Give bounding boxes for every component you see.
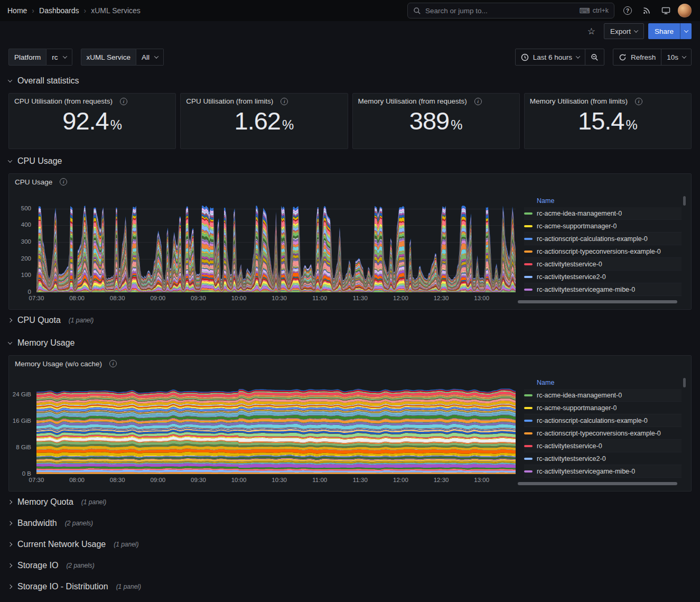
cpu-usage-chart-canvas[interactable]	[36, 203, 516, 292]
legend-name-header[interactable]: Name	[524, 378, 682, 389]
section-panel-count: (1 panel)	[114, 541, 138, 548]
x-tick-label: 09:30	[189, 295, 207, 301]
x-tick-label: 11:00	[311, 477, 329, 483]
display-button[interactable]	[658, 3, 674, 18]
search-input[interactable]	[425, 7, 575, 15]
xuml-service-variable-value: All	[142, 53, 150, 61]
legend-item[interactable]: rc-activitytestservice2-0	[524, 271, 682, 283]
x-axis: 07:3008:0008:3009:0009:3010:0010:3011:00…	[36, 294, 516, 303]
legend-item[interactable]: rc-actionscript-calculations-example-0	[524, 233, 682, 245]
share-button[interactable]: Share	[648, 23, 680, 39]
series-color-icon	[524, 238, 533, 240]
info-icon[interactable]: i	[60, 178, 67, 186]
legend-item[interactable]: rc-activitytestservice-0	[524, 440, 682, 452]
legend-item[interactable]: rc-activitytestservicegame-mibe-0	[524, 465, 682, 478]
section-bandwidth[interactable]: Bandwidth (2 panels)	[0, 513, 700, 534]
series-color-icon	[524, 276, 533, 278]
legend-item[interactable]: rc-acme-idea-management-0	[524, 207, 682, 220]
chevron-right-icon	[8, 500, 12, 504]
memory-usage-legend: Name rc-acme-idea-management-0rc-acme-su…	[518, 372, 686, 487]
x-tick-label: 10:30	[270, 295, 288, 301]
legend-list: rc-acme-idea-management-0rc-acme-support…	[524, 389, 682, 478]
help-icon: ?	[623, 6, 632, 15]
x-axis: 07:3008:0008:3009:0009:3010:0010:3011:00…	[36, 476, 516, 485]
chevron-separator-icon: ›	[84, 6, 87, 15]
refresh-interval-dropdown[interactable]: 10s	[661, 49, 692, 66]
legend-horizontal-scrollbar[interactable]	[518, 482, 677, 485]
xuml-service-variable-dropdown[interactable]: All	[136, 49, 164, 66]
legend-item[interactable]: rc-actionscript-typeconversions-example-…	[524, 427, 682, 440]
section-cpu-quota[interactable]: CPU Quota (1 panel)	[0, 310, 700, 331]
chevron-right-icon	[8, 521, 12, 525]
nav-icons: ?	[620, 3, 693, 18]
time-range-button[interactable]: Last 6 hours	[515, 49, 585, 66]
legend-item[interactable]: rc-acme-supportmanager-0	[524, 402, 682, 414]
news-feed-button[interactable]	[639, 3, 655, 18]
series-color-icon	[524, 420, 533, 422]
legend-item[interactable]: rc-acme-idea-management-0	[524, 389, 682, 402]
refresh-button[interactable]: Refresh	[613, 49, 661, 66]
favorite-star-button[interactable]: ☆	[587, 27, 595, 36]
legend-item[interactable]: rc-activitytestservicegame-mibe-0	[524, 283, 682, 296]
section-overall-statistics[interactable]: Overall statistics	[0, 69, 700, 93]
zoom-out-button[interactable]	[585, 49, 604, 66]
memory-usage-chart: 0 B8 GiB16 GiB24 GiB 07:3008:0008:3009:0…	[12, 372, 518, 487]
x-tick-label: 07:30	[27, 477, 45, 483]
legend-horizontal-scrollbar[interactable]	[518, 300, 677, 303]
series-color-icon	[524, 263, 533, 265]
x-tick-label: 10:00	[230, 477, 248, 483]
legend-item-label: rc-activitytestservicegame-mibe-0	[537, 286, 635, 293]
legend-item[interactable]: rc-actionscript-typeconversions-example-…	[524, 245, 682, 258]
platform-variable-dropdown[interactable]: rc	[46, 49, 72, 66]
share-menu-button[interactable]	[680, 23, 692, 39]
x-tick-label: 13:00	[473, 477, 491, 483]
chevron-down-icon	[62, 54, 67, 58]
series-color-icon	[524, 458, 533, 460]
search-bar[interactable]: ⌨ ctrl+k	[407, 3, 614, 18]
section-cpu-usage[interactable]: CPU Usage	[0, 149, 700, 173]
legend-item-label: rc-activitytestservicegame-mibe-0	[537, 468, 635, 475]
section-panel-count: (2 panels)	[66, 562, 94, 569]
breadcrumb-dashboards[interactable]: Dashboards	[39, 6, 79, 15]
stat-value: 389%	[358, 103, 514, 146]
section-current-network-usage[interactable]: Current Network Usage (1 panel)	[0, 534, 700, 555]
legend-item[interactable]: rc-activitytestservice-0	[524, 258, 682, 271]
refresh-group: Refresh 10s	[613, 49, 692, 66]
chevron-right-icon	[8, 585, 12, 589]
x-tick-label: 08:30	[108, 295, 126, 301]
help-button[interactable]: ?	[620, 3, 636, 18]
export-button[interactable]: Export	[604, 23, 644, 39]
x-tick-label: 10:30	[270, 477, 288, 483]
series-color-icon	[524, 289, 533, 291]
section-title: Current Network Usage	[17, 540, 106, 549]
section-memory-quota[interactable]: Memory Quota (1 panel)	[0, 492, 700, 513]
legend-item-label: rc-activitytestservice2-0	[537, 455, 606, 462]
breadcrumb-home[interactable]: Home	[7, 6, 27, 15]
section-storage-io-distribution[interactable]: Storage IO - Distribution (1 panel)	[0, 576, 700, 597]
section-title: Memory Quota	[17, 497, 73, 507]
legend-item[interactable]: rc-acme-supportmanager-0	[524, 220, 682, 233]
user-avatar-button[interactable]	[677, 3, 693, 18]
info-icon[interactable]: i	[109, 360, 117, 367]
refresh-interval-value: 10s	[667, 53, 678, 61]
legend-name-header[interactable]: Name	[524, 196, 682, 207]
chevron-right-icon	[8, 563, 12, 568]
legend-vertical-scrollbar[interactable]	[683, 378, 686, 387]
series-color-icon	[524, 470, 533, 473]
legend-item[interactable]: rc-activitytestservice2-0	[524, 452, 682, 465]
legend-vertical-scrollbar[interactable]	[683, 196, 686, 206]
section-storage-io[interactable]: Storage IO (2 panels)	[0, 555, 700, 576]
legend-item[interactable]: rc-actionscript-calculations-example-0	[524, 414, 682, 427]
platform-variable-label: Platform	[8, 49, 46, 66]
chevron-down-icon	[8, 78, 12, 82]
legend-item-label: rc-acme-supportmanager-0	[537, 223, 617, 230]
y-axis: 0100200300400500	[12, 203, 34, 292]
filter-row: Platform rc xUML Service All Last 6 hour…	[0, 41, 700, 69]
section-memory-usage[interactable]: Memory Usage	[0, 331, 700, 355]
breadcrumb-current-page: xUML Services	[91, 6, 141, 15]
x-tick-label: 08:00	[68, 295, 86, 301]
memory-usage-chart-canvas[interactable]	[36, 385, 516, 474]
panel-header[interactable]: CPU Usage i	[9, 174, 691, 190]
x-tick-label: 10:00	[230, 295, 248, 301]
panel-header[interactable]: Memory Usage (w/o cache) i	[9, 356, 691, 372]
